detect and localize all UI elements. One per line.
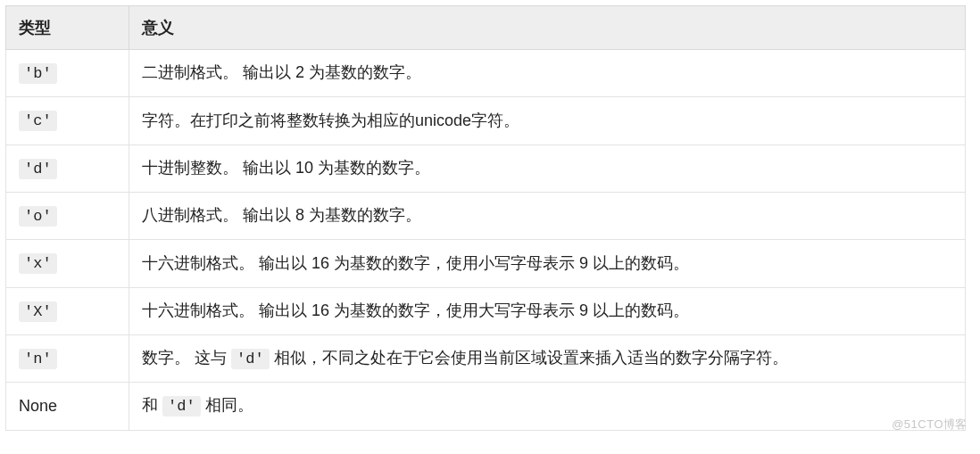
table-row: 'n'数字。 这与 'd' 相似，不同之处在于它会使用当前区域设置来插入适当的数… xyxy=(6,335,966,383)
cell-type: 'x' xyxy=(6,240,129,287)
cell-meaning: 数字。 这与 'd' 相似，不同之处在于它会使用当前区域设置来插入适当的数字分隔… xyxy=(129,335,966,383)
watermark: @51CTO博客 xyxy=(892,417,968,433)
type-code: 'X' xyxy=(19,301,57,322)
type-code: 'x' xyxy=(19,253,57,274)
cell-meaning: 十六进制格式。 输出以 16 为基数的数字，使用小写字母表示 9 以上的数码。 xyxy=(129,240,966,287)
meaning-text-pre: 字符。在打印之前将整数转换为相应的unicode字符。 xyxy=(142,111,519,129)
cell-type: 'n' xyxy=(6,335,129,383)
meaning-text-pre: 数字。 这与 xyxy=(142,349,231,367)
meaning-text-pre: 和 xyxy=(142,396,162,414)
table-row: 'd'十进制整数。 输出以 10 为基数的数字。 xyxy=(6,144,966,192)
cell-type: 'X' xyxy=(6,287,129,334)
cell-meaning: 字符。在打印之前将整数转换为相应的unicode字符。 xyxy=(129,97,966,144)
meaning-text-post: 相似，不同之处在于它会使用当前区域设置来插入适当的数字分隔字符。 xyxy=(270,349,788,367)
meaning-code: 'd' xyxy=(162,396,201,417)
cell-type: 'o' xyxy=(6,193,129,240)
format-spec-table: 类型 意义 'b'二进制格式。 输出以 2 为基数的数字。'c'字符。在打印之前… xyxy=(5,5,966,431)
table-row: None和 'd' 相同。 xyxy=(6,383,966,430)
meaning-text-pre: 二进制格式。 输出以 2 为基数的数字。 xyxy=(142,63,421,81)
cell-type: None xyxy=(6,383,129,430)
cell-type: 'b' xyxy=(6,50,129,97)
meaning-code: 'd' xyxy=(231,349,270,369)
type-code: 'd' xyxy=(19,159,57,179)
meaning-text-post: 相同。 xyxy=(201,396,253,414)
meaning-text-pre: 八进制格式。 输出以 8 为基数的数字。 xyxy=(142,206,421,224)
type-plain: None xyxy=(19,397,57,415)
header-meaning: 意义 xyxy=(129,6,966,50)
cell-meaning: 八进制格式。 输出以 8 为基数的数字。 xyxy=(129,193,966,240)
table-row: 'c'字符。在打印之前将整数转换为相应的unicode字符。 xyxy=(6,97,966,144)
cell-meaning: 二进制格式。 输出以 2 为基数的数字。 xyxy=(129,50,966,97)
cell-type: 'c' xyxy=(6,97,129,144)
cell-meaning: 和 'd' 相同。 xyxy=(129,383,966,430)
meaning-text-pre: 十六进制格式。 输出以 16 为基数的数字，使用大写字母表示 9 以上的数码。 xyxy=(142,301,689,319)
table-row: 'x'十六进制格式。 输出以 16 为基数的数字，使用小写字母表示 9 以上的数… xyxy=(6,240,966,287)
cell-type: 'd' xyxy=(6,144,129,192)
cell-meaning: 十六进制格式。 输出以 16 为基数的数字，使用大写字母表示 9 以上的数码。 xyxy=(129,287,966,334)
header-type: 类型 xyxy=(6,6,129,50)
type-code: 'c' xyxy=(19,111,57,131)
type-code: 'o' xyxy=(19,206,57,227)
meaning-text-pre: 十进制整数。 输出以 10 为基数的数字。 xyxy=(142,159,430,177)
table-row: 'b'二进制格式。 输出以 2 为基数的数字。 xyxy=(6,50,966,97)
meaning-text-pre: 十六进制格式。 输出以 16 为基数的数字，使用小写字母表示 9 以上的数码。 xyxy=(142,254,689,272)
table-header-row: 类型 意义 xyxy=(6,6,966,50)
type-code: 'b' xyxy=(19,63,57,84)
cell-meaning: 十进制整数。 输出以 10 为基数的数字。 xyxy=(129,144,966,192)
table-row: 'X'十六进制格式。 输出以 16 为基数的数字，使用大写字母表示 9 以上的数… xyxy=(6,287,966,334)
type-code: 'n' xyxy=(19,349,57,369)
table-row: 'o'八进制格式。 输出以 8 为基数的数字。 xyxy=(6,193,966,240)
